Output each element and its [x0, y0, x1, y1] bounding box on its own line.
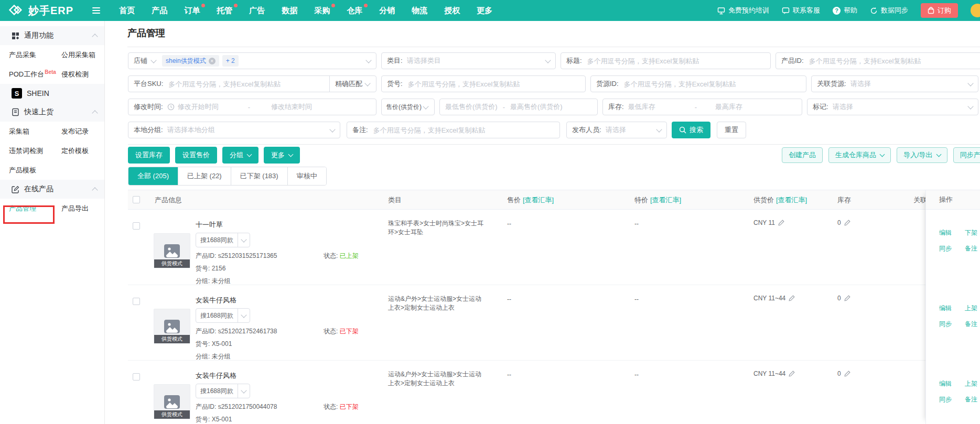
sidebar-item-pricing-template[interactable]: 定价模板	[61, 146, 89, 156]
sidebar-section-quick-listing[interactable]: 快速上货	[0, 103, 104, 122]
set-price-button[interactable]: 设置售价	[175, 147, 217, 164]
shop-select[interactable]: 店铺 shein供货模式× + 2	[128, 52, 376, 69]
sidebar-item-product-collect[interactable]: 产品采集	[9, 50, 61, 60]
nav-item-more[interactable]: 更多	[468, 0, 501, 21]
price-max-input[interactable]: 最高售价(供货价)	[510, 102, 563, 112]
local-group-select[interactable]: 本地分组: 请选择本地分组	[128, 122, 340, 138]
nav-item-hosting[interactable]: 托管	[208, 0, 241, 21]
row-checkbox[interactable]	[133, 222, 140, 230]
nav-item-logistics[interactable]: 物流	[403, 0, 436, 21]
nav-item-purchase[interactable]: 采购	[306, 0, 338, 21]
sidebar-item-product-template[interactable]: 产品模板	[9, 166, 61, 175]
action-sync-link[interactable]: 同步	[939, 395, 952, 404]
sidebar-item-collect-box[interactable]: 采集箱	[9, 127, 61, 136]
user-avatar[interactable]	[971, 4, 980, 17]
contact-support-link[interactable]: 联系客服	[782, 6, 820, 15]
source-id-input[interactable]	[623, 80, 801, 89]
action-note-link[interactable]: 备注	[965, 320, 977, 329]
sidebar-section-shein[interactable]: S SHEIN	[0, 84, 104, 103]
related-source-select[interactable]: 关联货源: 请选择	[811, 75, 978, 92]
price-type-select[interactable]: 售价(供货价)	[381, 99, 435, 115]
view-rate-link[interactable]: [查看汇率]	[650, 196, 681, 204]
product-image[interactable]: 供货模式	[154, 384, 190, 419]
more-dropdown[interactable]: 更多	[264, 147, 300, 164]
search-button[interactable]: 搜索	[672, 122, 710, 138]
brand[interactable]: 妙手ERP	[8, 4, 73, 18]
action-shelf-link[interactable]: 上架	[965, 379, 977, 388]
sidebar-item-forbidden-words-check[interactable]: 违禁词检测	[9, 146, 61, 156]
nav-item-warehouse[interactable]: 仓库	[338, 0, 371, 21]
create-product-button[interactable]: 创建产品	[782, 147, 823, 163]
search-1688-button[interactable]: 搜1688同款	[196, 233, 250, 247]
view-rate-link[interactable]: [查看汇率]	[523, 196, 554, 204]
product-image[interactable]: 供货模式	[154, 309, 190, 344]
art-no-input[interactable]	[407, 80, 580, 89]
modify-time-start[interactable]: 修改开始时间	[178, 102, 219, 112]
data-sync-link[interactable]: 数据同步	[870, 6, 908, 15]
action-edit-link[interactable]: 编辑	[939, 379, 952, 388]
sidebar-item-product-management[interactable]: 产品管理	[9, 204, 61, 213]
edit-stock-icon[interactable]	[844, 371, 850, 377]
price-min-input[interactable]: 最低售价(供货价)	[445, 102, 498, 112]
tab-off-shelf[interactable]: 已下架 (183)	[231, 167, 288, 185]
nav-item-authorization[interactable]: 授权	[436, 0, 468, 21]
sidebar-section-online-products[interactable]: 在线产品	[0, 180, 104, 199]
category-select[interactable]: 类目: 请选择类目	[381, 52, 556, 69]
tab-on-shelf[interactable]: 已上架 (22)	[178, 167, 231, 185]
nav-item-home[interactable]: 首页	[111, 0, 143, 21]
action-edit-link[interactable]: 编辑	[939, 229, 952, 237]
sidebar-item-public-collect-box[interactable]: 公用采集箱	[61, 50, 95, 60]
action-sync-link[interactable]: 同步	[939, 320, 952, 329]
group-dropdown[interactable]: 分组	[222, 147, 259, 164]
edit-supply-price-icon[interactable]	[789, 295, 795, 301]
product-title[interactable]: 女装牛仔风格	[196, 296, 236, 305]
select-all-checkbox[interactable]	[133, 196, 140, 203]
set-stock-button[interactable]: 设置库存	[128, 147, 170, 164]
edit-stock-icon[interactable]	[844, 220, 850, 226]
edit-supply-price-icon[interactable]	[789, 371, 795, 377]
sidebar-item-pod-workbench[interactable]: POD工作台Beta	[9, 69, 61, 79]
action-shelf-link[interactable]: 下架	[965, 229, 977, 237]
product-image[interactable]: 供货模式	[154, 233, 190, 268]
action-note-link[interactable]: 备注	[965, 395, 977, 404]
menu-toggle-icon[interactable]	[92, 7, 100, 14]
publisher-select[interactable]: 发布人员: 请选择	[566, 122, 667, 138]
stock-max-input[interactable]: 最高库存	[715, 102, 742, 112]
product-id-input[interactable]	[808, 57, 980, 66]
tab-reviewing[interactable]: 审核中	[288, 167, 326, 185]
edit-supply-price-icon[interactable]	[778, 220, 784, 226]
search-1688-button[interactable]: 搜1688同款	[196, 384, 250, 398]
product-title[interactable]: 十一叶草	[196, 220, 223, 230]
action-note-link[interactable]: 备注	[965, 244, 977, 253]
sidebar-item-infringement-check[interactable]: 侵权检测	[61, 70, 89, 79]
tag-close-icon[interactable]: ×	[209, 58, 216, 64]
action-sync-link[interactable]: 同步	[939, 244, 952, 253]
reset-button[interactable]: 重置	[717, 122, 746, 138]
nav-item-order[interactable]: 订单	[176, 0, 208, 21]
action-shelf-link[interactable]: 上架	[965, 304, 977, 313]
stock-min-input[interactable]: 最低库存	[628, 102, 655, 112]
match-mode-select[interactable]: 精确匹配	[335, 79, 362, 89]
sync-product-button[interactable]: 同步产品	[953, 147, 980, 163]
title-input[interactable]	[586, 57, 765, 66]
import-export-dropdown[interactable]: 导入/导出	[897, 147, 947, 163]
sidebar-item-publish-records[interactable]: 发布记录	[61, 127, 89, 136]
platform-sku-input[interactable]	[167, 80, 326, 89]
order-button[interactable]: 订购	[921, 3, 958, 18]
row-checkbox[interactable]	[133, 298, 140, 305]
view-rate-link[interactable]: [查看汇率]	[776, 196, 807, 204]
nav-item-distribution[interactable]: 分销	[371, 0, 403, 21]
product-title[interactable]: 女装牛仔风格	[196, 371, 236, 380]
nav-item-ads[interactable]: 广告	[241, 0, 273, 21]
help-link[interactable]: ? 帮助	[833, 6, 857, 15]
tab-all[interactable]: 全部 (205)	[128, 167, 178, 185]
free-training-link[interactable]: 免费预约培训	[717, 6, 769, 15]
sidebar-section-general[interactable]: 通用功能	[0, 26, 104, 45]
nav-item-product[interactable]: 产品	[143, 0, 176, 21]
sidebar-item-product-export[interactable]: 产品导出	[61, 204, 89, 213]
mark-select[interactable]: 标记: 请选择	[807, 99, 978, 115]
shop-more-tag[interactable]: + 2	[222, 55, 239, 67]
nav-item-data[interactable]: 数据	[273, 0, 306, 21]
modify-time-end[interactable]: 修改结束时间	[271, 102, 312, 112]
generate-warehouse-product-dropdown[interactable]: 生成仓库商品	[828, 147, 891, 163]
